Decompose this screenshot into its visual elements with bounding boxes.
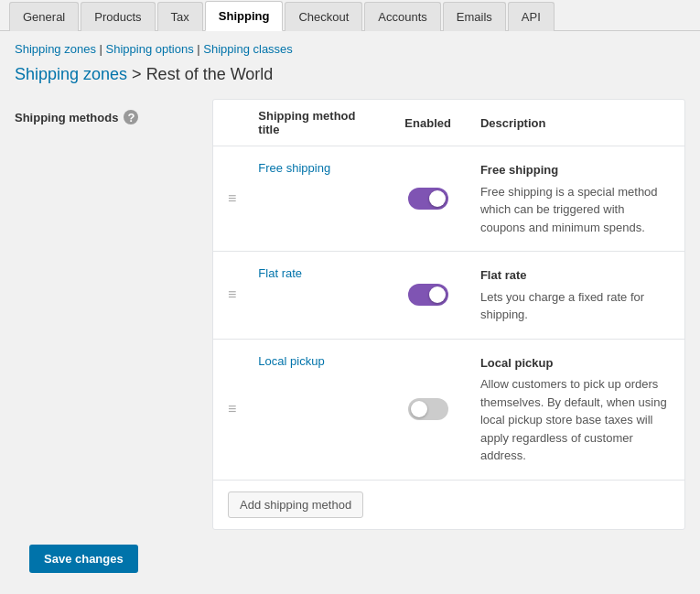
desc-cell: Local pickup Allow customers to pick up …	[466, 339, 684, 480]
help-icon[interactable]: ?	[124, 110, 138, 124]
method-name-cell: Free shipping	[243, 146, 390, 252]
toggle-slider	[408, 284, 448, 306]
drag-handle-icon: ≡	[228, 286, 236, 302]
drag-handle-cell[interactable]: ≡	[213, 146, 243, 252]
local-pickup-toggle[interactable]	[408, 398, 448, 420]
toggle-slider	[408, 188, 448, 210]
enabled-cell	[390, 146, 466, 252]
save-changes-button[interactable]: Save changes	[29, 545, 138, 573]
tab-checkout[interactable]: Checkout	[285, 2, 362, 31]
free-shipping-link[interactable]: Free shipping	[258, 161, 330, 175]
shipping-methods-table-container: Shipping method title Enabled Descriptio…	[212, 99, 685, 530]
main-layout: Shipping methods ? Shipping method title…	[15, 99, 685, 530]
col-drag	[213, 100, 243, 146]
drag-handle-icon: ≡	[228, 401, 236, 416]
table-header-row: Shipping method title Enabled Descriptio…	[213, 100, 684, 146]
col-enabled: Enabled	[390, 100, 466, 146]
section-label: Shipping methods ?	[15, 99, 198, 124]
breadcrumb-separator: >	[132, 65, 146, 83]
local-pickup-link[interactable]: Local pickup	[258, 354, 324, 368]
tab-general[interactable]: General	[9, 2, 79, 31]
tab-emails[interactable]: Emails	[443, 2, 506, 31]
table-row: ≡ Free shipping Free shipping	[213, 146, 684, 252]
breadcrumb-link[interactable]: Shipping zones	[15, 65, 127, 83]
enabled-cell	[390, 339, 466, 480]
tab-tax[interactable]: Tax	[157, 2, 203, 31]
add-method-row: Add shipping method	[213, 480, 684, 529]
sub-nav-shipping-classes[interactable]: Shipping classes	[203, 42, 293, 56]
table-row: ≡ Flat rate Flat rate	[213, 252, 684, 340]
desc-text: Allow customers to pick up orders themse…	[480, 375, 670, 465]
tab-api[interactable]: API	[508, 2, 555, 31]
desc-title: Flat rate	[480, 266, 670, 285]
sub-nav: Shipping zones | Shipping options | Ship…	[15, 42, 685, 56]
flat-rate-toggle[interactable]	[408, 284, 448, 306]
toggle-slider	[408, 398, 448, 420]
save-bar: Save changes	[15, 530, 685, 588]
breadcrumb-current: Rest of the World	[146, 65, 274, 83]
breadcrumb: Shipping zones > Rest of the World	[15, 65, 685, 84]
flat-rate-link[interactable]: Flat rate	[258, 266, 302, 280]
table-row: ≡ Local pickup Local pickup	[213, 339, 684, 480]
col-description: Description	[466, 100, 684, 146]
sub-nav-shipping-zones[interactable]: Shipping zones	[15, 42, 96, 56]
shipping-methods-label: Shipping methods	[15, 111, 118, 124]
desc-cell: Free shipping Free shipping is a special…	[466, 146, 684, 252]
desc-text: Lets you charge a fixed rate for shippin…	[480, 288, 670, 324]
drag-handle-cell[interactable]: ≡	[213, 252, 243, 340]
enabled-cell	[390, 252, 466, 340]
tab-accounts[interactable]: Accounts	[364, 2, 440, 31]
tab-products[interactable]: Products	[81, 2, 155, 31]
tab-shipping[interactable]: Shipping	[205, 1, 284, 31]
free-shipping-toggle[interactable]	[408, 188, 448, 210]
sub-nav-shipping-options[interactable]: Shipping options	[106, 42, 194, 56]
method-name-cell: Local pickup	[243, 339, 390, 480]
tabs-nav: General Products Tax Shipping Checkout A…	[0, 0, 700, 31]
shipping-methods-table: Shipping method title Enabled Descriptio…	[213, 100, 684, 480]
desc-text: Free shipping is a special method which …	[480, 183, 670, 237]
method-name-cell: Flat rate	[243, 252, 390, 340]
page-content: Shipping zones | Shipping options | Ship…	[0, 31, 700, 594]
desc-title: Free shipping	[480, 161, 670, 179]
add-shipping-method-button[interactable]: Add shipping method	[228, 491, 363, 518]
col-title: Shipping method title	[243, 100, 390, 146]
desc-title: Local pickup	[480, 354, 670, 373]
desc-cell: Flat rate Lets you charge a fixed rate f…	[466, 252, 684, 340]
drag-handle-cell[interactable]: ≡	[213, 339, 243, 480]
drag-handle-icon: ≡	[228, 190, 236, 206]
